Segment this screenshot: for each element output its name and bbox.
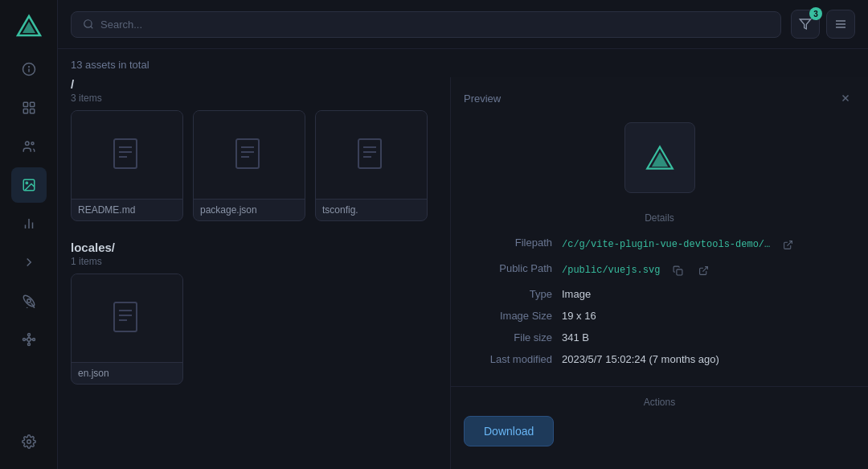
file-name-en: en.json (72, 363, 182, 384)
folder-root-name: / (71, 77, 437, 91)
folder-root-count: 3 items (71, 93, 437, 104)
lastmodified-label: Last modified (464, 353, 552, 365)
file-preview-en (72, 274, 182, 363)
detail-row-type: Type Image (464, 283, 855, 305)
sidebar-item-assets[interactable] (11, 167, 47, 203)
sidebar-item-info[interactable] (11, 51, 47, 87)
svg-rect-41 (358, 139, 381, 168)
svg-point-26 (27, 440, 31, 444)
detail-row-lastmodified: Last modified 2023/5/7 15:02:24 (7 month… (464, 348, 855, 370)
detail-row-publicpath: Public Path /public/vuejs.svg (464, 257, 855, 283)
file-name-package: package.json (194, 200, 305, 220)
svg-rect-8 (30, 109, 34, 113)
svg-rect-45 (114, 302, 137, 331)
svg-point-27 (84, 20, 92, 27)
menu-icon (834, 18, 847, 31)
file-card-en[interactable]: en.json (71, 274, 183, 385)
header: 3 (58, 0, 868, 49)
file-preview-tsconfig (316, 111, 427, 200)
actions-section: Actions Download (451, 390, 868, 459)
panel-header: Preview (451, 77, 868, 116)
file-card-package[interactable]: package.json (193, 110, 305, 221)
close-icon (840, 93, 851, 104)
close-panel-button[interactable] (836, 88, 855, 108)
file-card-tsconfig[interactable]: tsconfig. (315, 110, 428, 221)
svg-rect-5 (23, 102, 27, 106)
svg-rect-6 (30, 102, 34, 106)
imagesize-label: Image Size (464, 310, 552, 322)
content-area: / 3 items README.md package.json (58, 77, 868, 469)
svg-point-20 (23, 339, 25, 341)
sidebar-item-debug[interactable] (11, 283, 47, 319)
svg-rect-37 (236, 139, 259, 168)
svg-point-16 (27, 299, 31, 303)
preview-label: Preview (464, 93, 501, 105)
menu-button[interactable] (826, 10, 855, 39)
preview-image-container (451, 116, 868, 206)
search-input[interactable] (100, 19, 769, 31)
svg-point-9 (25, 142, 29, 146)
svg-point-12 (26, 182, 27, 183)
filter-badge: 3 (809, 7, 822, 20)
app-logo[interactable] (13, 10, 45, 42)
sidebar-item-hub[interactable] (11, 322, 47, 357)
folder-locales-count: 1 items (71, 256, 437, 267)
publicpath-value: /public/vuejs.svg (562, 262, 660, 278)
folder-locales-grid: en.json (71, 274, 437, 385)
file-preview-readme (72, 111, 182, 200)
folder-locales-name: locales/ (71, 241, 437, 254)
filepath-label: Filepath (464, 237, 552, 253)
folder-root: / 3 items README.md package.json (71, 77, 437, 221)
detail-row-filesize: File size 341 B (464, 327, 855, 348)
file-preview-package (194, 111, 305, 200)
download-button[interactable]: Download (464, 416, 554, 446)
filter-button[interactable]: 3 (791, 10, 820, 39)
type-value: Image (562, 288, 591, 300)
svg-line-55 (702, 266, 707, 271)
sidebar-item-routes[interactable] (11, 245, 47, 280)
type-label: Type (464, 288, 552, 300)
detail-row-imagesize: Image Size 19 x 16 (464, 305, 855, 327)
main-content: 3 13 assets in total / 3 items (58, 0, 868, 469)
vuejs-preview-icon (645, 143, 674, 172)
sidebar-item-components[interactable] (11, 90, 47, 125)
filepath-external-link[interactable] (780, 237, 796, 253)
publicpath-copy-button[interactable] (669, 262, 686, 278)
details-label: Details (464, 212, 855, 224)
svg-point-21 (32, 339, 35, 341)
file-name-readme: README.md (72, 200, 182, 220)
svg-marker-52 (651, 152, 667, 167)
sidebar-item-settings[interactable] (11, 424, 47, 459)
svg-line-53 (787, 241, 792, 245)
filesize-value: 341 B (562, 331, 589, 344)
preview-image-box (624, 122, 695, 193)
svg-rect-54 (677, 269, 682, 274)
folder-locales-header: locales/ 1 items (71, 241, 437, 267)
svg-rect-33 (114, 139, 137, 168)
svg-point-17 (27, 338, 31, 342)
publicpath-external-link[interactable] (695, 262, 711, 278)
folder-locales: locales/ 1 items en.json (71, 241, 437, 385)
folder-root-grid: README.md package.json tsconfig. (71, 110, 437, 221)
file-card-readme[interactable]: README.md (71, 110, 183, 221)
filepath-value: /c/g/vite-plugin-vue-devtools-demo/… (562, 237, 770, 253)
publicpath-label: Public Path (464, 262, 552, 278)
svg-point-10 (31, 142, 34, 145)
sidebar-item-chart[interactable] (11, 206, 47, 241)
sidebar-item-users[interactable] (11, 129, 47, 164)
search-bar[interactable] (71, 11, 781, 38)
file-name-tsconfig: tsconfig. (316, 200, 427, 220)
svg-rect-7 (23, 109, 27, 113)
asset-count: 13 assets in total (58, 49, 868, 77)
search-icon (83, 19, 94, 30)
filter-icon (799, 18, 812, 31)
sidebar (0, 0, 58, 469)
actions-label: Actions (464, 397, 855, 408)
detail-row-filepath: Filepath /c/g/vite-plugin-vue-devtools-d… (464, 232, 855, 257)
details-section: Details Filepath /c/g/vite-plugin-vue-de… (451, 206, 868, 383)
lastmodified-value: 2023/5/7 15:02:24 (7 months ago) (562, 353, 719, 365)
svg-marker-29 (800, 19, 810, 29)
panel-divider (451, 386, 868, 387)
folder-root-header: / 3 items (71, 77, 437, 104)
detail-panel: Preview Details Filepath /c/ (450, 77, 868, 469)
